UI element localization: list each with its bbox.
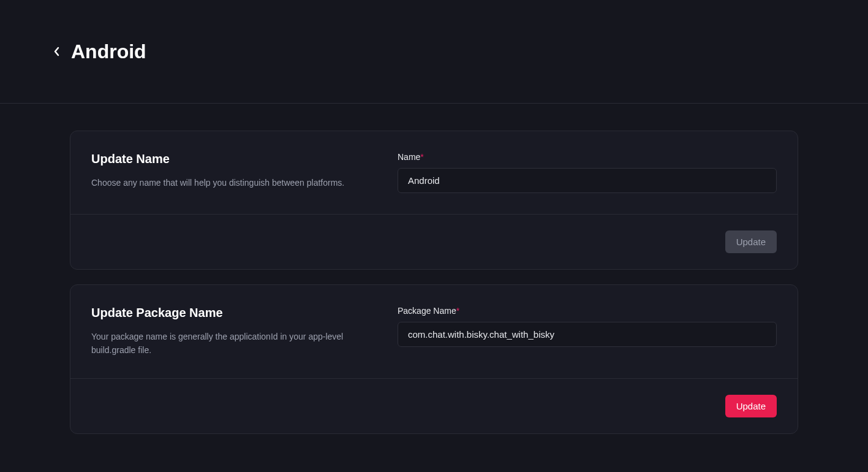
package-input[interactable]: [398, 322, 777, 347]
package-label: Package Name*: [398, 306, 777, 316]
section-description: Your package name is generally the appli…: [91, 330, 373, 357]
card-body: Update Package Name Your package name is…: [70, 285, 798, 378]
card-footer: Update: [70, 378, 798, 433]
required-asterisk: *: [420, 152, 423, 162]
name-label: Name*: [398, 152, 777, 162]
card-form: Name*: [398, 152, 777, 193]
label-text: Package Name: [398, 306, 456, 316]
update-name-card: Update Name Choose any name that will he…: [70, 131, 798, 270]
card-info: Update Name Choose any name that will he…: [91, 152, 373, 193]
section-description: Choose any name that will help you disti…: [91, 176, 373, 189]
content-area: Update Name Choose any name that will he…: [0, 104, 868, 434]
page-title: Android: [71, 40, 146, 63]
required-asterisk: *: [456, 306, 459, 316]
page-header: Android: [0, 0, 868, 104]
card-body: Update Name Choose any name that will he…: [70, 131, 798, 214]
update-name-button[interactable]: Update: [725, 230, 777, 253]
chevron-left-icon[interactable]: [54, 47, 60, 56]
name-input[interactable]: [398, 168, 777, 193]
update-package-button[interactable]: Update: [725, 395, 777, 417]
label-text: Name: [398, 152, 420, 162]
update-package-card: Update Package Name Your package name is…: [70, 284, 798, 434]
section-title: Update Package Name: [91, 306, 373, 320]
card-footer: Update: [70, 214, 798, 269]
card-info: Update Package Name Your package name is…: [91, 306, 373, 357]
card-form: Package Name*: [398, 306, 777, 357]
section-title: Update Name: [91, 152, 373, 166]
